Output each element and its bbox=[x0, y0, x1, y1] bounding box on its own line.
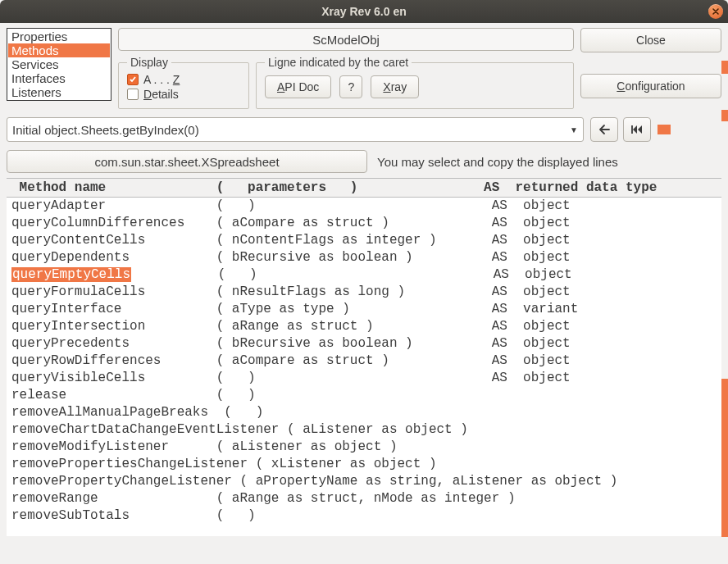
table-body[interactable]: queryAdapter ( ) AS objectqueryColumnDif… bbox=[7, 198, 721, 536]
checkbox-icon bbox=[127, 74, 139, 85]
apidoc-button[interactable]: API Doc bbox=[265, 75, 331, 98]
table-row[interactable]: queryAdapter ( ) AS object bbox=[7, 198, 721, 215]
display-legend: Display bbox=[127, 56, 171, 69]
progress-strip-icon bbox=[721, 110, 728, 121]
progress-indicator bbox=[657, 121, 721, 138]
object-path-value: Initial object.Sheets.getByIndex(0) bbox=[12, 123, 199, 137]
category-item-methods[interactable]: Methods bbox=[8, 43, 110, 57]
category-item-services[interactable]: Services bbox=[8, 57, 110, 71]
details-checkbox[interactable]: Details bbox=[127, 87, 240, 102]
table-row[interactable]: queryColumnDifferences ( aCompare as str… bbox=[7, 215, 721, 232]
table-row[interactable]: removeModifyListener ( aListener as obje… bbox=[7, 439, 721, 456]
table-row[interactable]: queryPrecedents ( bRecursive as boolean … bbox=[7, 335, 721, 352]
table-row[interactable]: removeRange ( aRange as struct, nMode as… bbox=[7, 490, 721, 507]
table-row[interactable]: queryRowDifferences ( aCompare as struct… bbox=[7, 352, 721, 370]
arrow-left-icon bbox=[598, 124, 611, 135]
xray-button[interactable]: Xray bbox=[371, 75, 419, 98]
configuration-button[interactable]: Configuration bbox=[580, 74, 721, 98]
hint-text: You may select and copy the displayed li… bbox=[377, 155, 618, 169]
titlebar: Xray Rev 6.0 en bbox=[0, 0, 728, 23]
rewind-icon bbox=[630, 124, 644, 135]
category-item-properties[interactable]: Properties bbox=[8, 30, 110, 43]
table-row[interactable]: removeSubTotals ( ) bbox=[7, 507, 721, 525]
progress-strip-icon bbox=[721, 61, 728, 74]
caret-group: Ligne indicated by the caret API Doc ? X… bbox=[256, 56, 574, 109]
category-listbox[interactable]: Properties Methods Services Interfaces L… bbox=[7, 28, 111, 101]
table-row[interactable]: queryEmptyCells ( ) AS object bbox=[7, 266, 721, 284]
table-row[interactable]: queryVisibleCells ( ) AS object bbox=[7, 370, 721, 387]
category-item-listeners[interactable]: Listeners bbox=[8, 85, 110, 99]
table-row[interactable]: queryFormulaCells ( nResultFlags as long… bbox=[7, 284, 721, 301]
table-row[interactable]: removeChartDataChangeEventListener ( aLi… bbox=[7, 421, 721, 439]
caret-legend: Ligne indicated by the caret bbox=[265, 56, 412, 69]
category-item-interfaces[interactable]: Interfaces bbox=[8, 71, 110, 85]
chevron-down-icon: ▼ bbox=[570, 125, 578, 134]
interface-name[interactable]: com.sun.star.sheet.XSpreadsheet bbox=[7, 150, 367, 173]
table-row[interactable]: queryInterface ( aType as type ) AS vari… bbox=[7, 301, 721, 318]
help-button[interactable]: ? bbox=[339, 75, 362, 98]
table-row[interactable]: queryDependents ( bRecursive as boolean … bbox=[7, 249, 721, 266]
checkbox-icon bbox=[127, 89, 139, 100]
object-path-combobox[interactable]: Initial object.Sheets.getByIndex(0) ▼ bbox=[7, 117, 584, 142]
table-row[interactable]: removeAllManualPageBreaks ( ) bbox=[7, 404, 721, 421]
table-row[interactable]: removePropertiesChangeListener ( xListen… bbox=[7, 456, 721, 473]
object-title: ScModelObj bbox=[118, 28, 574, 51]
sort-az-checkbox[interactable]: A . . . Z bbox=[127, 72, 240, 87]
table-row[interactable]: removePropertyChangeListener ( aProperty… bbox=[7, 473, 721, 490]
methods-table: Method name ( parameters ) AS returned d… bbox=[7, 178, 721, 537]
scrollbar[interactable] bbox=[721, 379, 728, 537]
rewind-button[interactable] bbox=[623, 117, 651, 142]
table-row[interactable]: release ( ) bbox=[7, 387, 721, 404]
back-button[interactable] bbox=[590, 117, 618, 142]
close-icon[interactable] bbox=[708, 4, 723, 19]
table-row[interactable]: queryIntersection ( aRange as struct ) A… bbox=[7, 318, 721, 335]
window-title: Xray Rev 6.0 en bbox=[321, 5, 407, 18]
close-button[interactable]: Close bbox=[580, 28, 721, 52]
display-group: Display A . . . Z Details bbox=[118, 56, 249, 109]
table-row[interactable]: queryContentCells ( nContentFlags as int… bbox=[7, 232, 721, 249]
table-header: Method name ( parameters ) AS returned d… bbox=[7, 179, 721, 198]
